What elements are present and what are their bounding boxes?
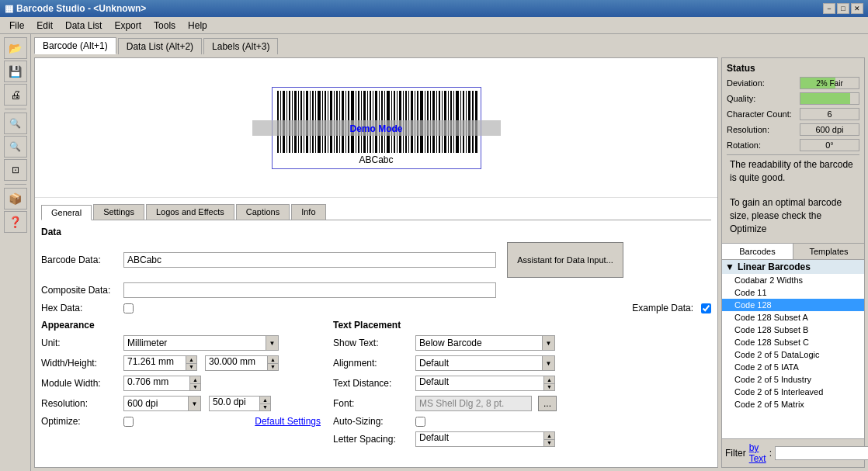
restore-button[interactable]: □ xyxy=(837,3,849,14)
module-width-label: Module Width: xyxy=(41,378,119,389)
tab-labels[interactable]: Labels (Alt+3) xyxy=(203,38,278,54)
assistant-button[interactable]: Assistant for Data Input... xyxy=(507,242,623,278)
show-text-arrow[interactable]: ▼ xyxy=(542,336,554,350)
linear-barcodes-group[interactable]: ▼ Linear Barcodes xyxy=(722,260,864,274)
composite-data-input[interactable] xyxy=(123,282,496,298)
menu-tools[interactable]: Tools xyxy=(148,19,182,33)
status-text-area: The readability of the barcode is quite … xyxy=(727,154,859,238)
group-label: Linear Barcodes xyxy=(738,261,811,272)
barcode-item-code25-interleaved[interactable]: Code 2 of 5 Interleaved xyxy=(722,386,864,398)
resolution-sec-down[interactable]: ▼ xyxy=(260,404,270,411)
toolbar-separator-2 xyxy=(5,184,26,185)
font-row: Font: ... xyxy=(333,396,711,411)
barcode-item-code128c[interactable]: Code 128 Subset C xyxy=(722,336,864,348)
barcode-item-codabar[interactable]: Codabar 2 Widths xyxy=(722,274,864,286)
font-input xyxy=(415,396,532,411)
resolution-secondary-spinner[interactable]: 50.0 dpi ▲ ▼ xyxy=(209,396,271,411)
tab-info[interactable]: Info xyxy=(291,204,325,220)
text-distance-spinner[interactable]: Default ▲ ▼ xyxy=(415,376,555,391)
rotation-label: Rotation: xyxy=(727,140,797,150)
text-placement-title: Text Placement xyxy=(333,320,711,331)
width-down[interactable]: ▼ xyxy=(186,364,196,371)
unit-dropdown[interactable]: Millimeter ▼ xyxy=(123,335,279,351)
char-count-row: Character Count: 6 xyxy=(727,108,859,120)
zoom-out-button[interactable]: 🔍 xyxy=(4,136,27,158)
filter-input[interactable] xyxy=(775,446,868,460)
width-up[interactable]: ▲ xyxy=(186,356,196,364)
close-button[interactable]: ✕ xyxy=(851,3,863,14)
barcode-data-input[interactable] xyxy=(123,252,496,268)
width-spinner[interactable]: 71.261 mm ▲ ▼ xyxy=(123,355,197,371)
package-button[interactable]: 📦 xyxy=(4,188,27,210)
module-width-value: 0.706 mm xyxy=(124,376,189,390)
zoom-fit-button[interactable]: ⊡ xyxy=(4,159,27,181)
barcodes-list[interactable]: ▼ Linear Barcodes Codabar 2 Widths Code … xyxy=(722,260,864,439)
module-width-up[interactable]: ▲ xyxy=(190,376,200,384)
open-button[interactable]: 📂 xyxy=(4,37,27,59)
unit-dropdown-arrow[interactable]: ▼ xyxy=(266,336,278,350)
menu-edit[interactable]: Edit xyxy=(30,19,59,33)
barcode-item-code25-datalogic[interactable]: Code 2 of 5 DataLogic xyxy=(722,348,864,361)
save-button[interactable]: 💾 xyxy=(4,61,27,82)
example-data-label: Example Data: xyxy=(632,303,693,313)
tab-templates[interactable]: Templates xyxy=(793,244,864,259)
help-button[interactable]: ❓ xyxy=(4,211,27,233)
alignment-arrow[interactable]: ▼ xyxy=(542,356,554,370)
resolution-dropdown-arrow[interactable]: ▼ xyxy=(188,397,200,410)
by-text-link[interactable]: by Text xyxy=(749,442,766,464)
font-chooser-button[interactable]: ... xyxy=(538,396,557,411)
letter-spacing-up[interactable]: ▲ xyxy=(544,432,554,440)
module-width-spinner[interactable]: 0.706 mm ▲ ▼ xyxy=(123,376,201,391)
status-resolution-row: Resolution: 600 dpi xyxy=(727,123,859,136)
alignment-dropdown[interactable]: Default ▼ xyxy=(415,355,555,371)
height-down[interactable]: ▼ xyxy=(268,364,278,371)
letter-spacing-spinner[interactable]: Default ▲ ▼ xyxy=(415,431,555,447)
tab-general[interactable]: General xyxy=(41,205,92,220)
main-panel: ABCabc Demo Mode General Settings Logos … xyxy=(31,54,868,471)
filter-row: Filter by Text : xyxy=(722,439,864,467)
barcode-item-code25-matrix[interactable]: Code 2 of 5 Matrix xyxy=(722,398,864,410)
tab-data-list[interactable]: Data List (Alt+2) xyxy=(118,38,202,54)
resolution-dropdown[interactable]: 600 dpi ▼ xyxy=(123,396,201,411)
char-count-label: Character Count: xyxy=(727,109,797,119)
show-text-dropdown[interactable]: Below Barcode ▼ xyxy=(415,335,555,351)
content-area: Barcode (Alt+1) Data List (Alt+2) Labels… xyxy=(31,34,868,471)
height-spinner[interactable]: 30.000 mm ▲ ▼ xyxy=(205,355,279,371)
hex-data-checkbox[interactable] xyxy=(123,303,134,313)
barcode-item-code128b[interactable]: Code 128 Subset B xyxy=(722,324,864,336)
resolution-sec-up[interactable]: ▲ xyxy=(260,397,270,404)
text-distance-down[interactable]: ▼ xyxy=(544,384,554,391)
module-width-down[interactable]: ▼ xyxy=(190,384,200,391)
tab-settings[interactable]: Settings xyxy=(93,204,144,220)
menu-data-list[interactable]: Data List xyxy=(59,19,108,33)
menu-file[interactable]: File xyxy=(3,19,30,33)
zoom-in-button[interactable]: 🔍 xyxy=(4,113,27,134)
text-distance-up[interactable]: ▲ xyxy=(544,376,554,384)
minimize-button[interactable]: − xyxy=(823,3,835,14)
tab-captions[interactable]: Captions xyxy=(236,204,290,220)
app-icon: ▦ xyxy=(5,3,13,14)
barcode-item-code25-iata[interactable]: Code 2 of 5 IATA xyxy=(722,361,864,373)
auto-sizing-checkbox[interactable] xyxy=(415,417,425,427)
width-height-label: Width/Height: xyxy=(41,358,119,369)
quality-bar xyxy=(800,92,859,105)
menu-export[interactable]: Export xyxy=(108,19,148,33)
unit-value: Millimeter xyxy=(124,338,266,348)
barcode-item-code11[interactable]: Code 11 xyxy=(722,286,864,299)
barcode-item-code128[interactable]: Code 128 xyxy=(722,299,864,311)
tab-barcode[interactable]: Barcode (Alt+1) xyxy=(34,37,116,54)
tab-barcodes[interactable]: Barcodes xyxy=(722,244,793,259)
menu-help[interactable]: Help xyxy=(182,19,214,33)
example-data-checkbox[interactable] xyxy=(701,303,711,313)
optimize-checkbox[interactable] xyxy=(123,417,134,427)
default-settings-link[interactable]: Default Settings xyxy=(255,416,321,427)
barcode-item-code25-industry[interactable]: Code 2 of 5 Industry xyxy=(722,373,864,386)
tab-logos-effects[interactable]: Logos and Effects xyxy=(146,204,234,220)
barcode-item-code128a[interactable]: Code 128 Subset A xyxy=(722,311,864,324)
height-up[interactable]: ▲ xyxy=(268,356,278,364)
deviation-value: 2% Fair xyxy=(800,78,859,88)
main-layout: 📂 💾 🖨 🔍 🔍 ⊡ 📦 ❓ Barcode (Alt+1) Data Lis… xyxy=(0,34,868,471)
print-button[interactable]: 🖨 xyxy=(4,84,27,106)
text-distance-btns: ▲ ▼ xyxy=(543,376,554,390)
letter-spacing-down[interactable]: ▼ xyxy=(544,440,554,447)
